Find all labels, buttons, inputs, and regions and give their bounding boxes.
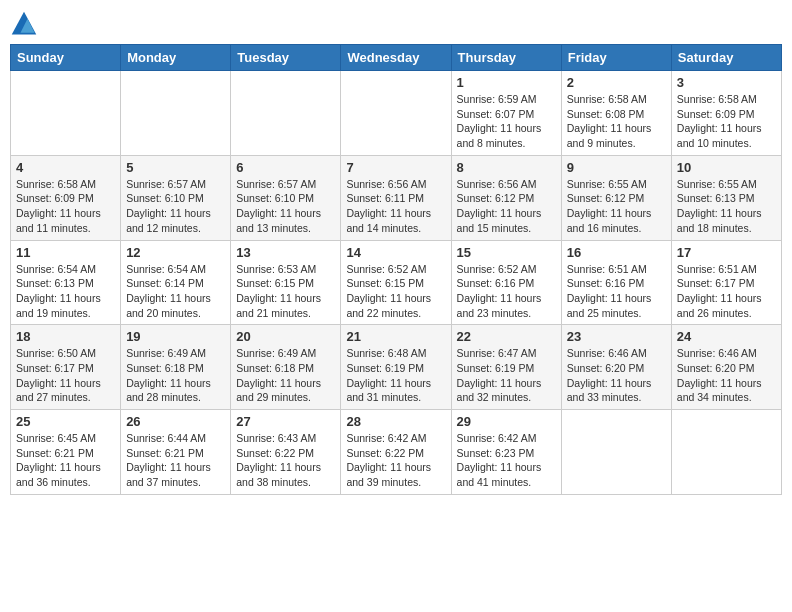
day-info: Sunrise: 6:46 AM Sunset: 6:20 PM Dayligh… xyxy=(677,346,776,405)
day-info: Sunrise: 6:46 AM Sunset: 6:20 PM Dayligh… xyxy=(567,346,666,405)
day-info: Sunrise: 6:53 AM Sunset: 6:15 PM Dayligh… xyxy=(236,262,335,321)
day-info: Sunrise: 6:56 AM Sunset: 6:11 PM Dayligh… xyxy=(346,177,445,236)
calendar-week-row: 25Sunrise: 6:45 AM Sunset: 6:21 PM Dayli… xyxy=(11,410,782,495)
day-info: Sunrise: 6:43 AM Sunset: 6:22 PM Dayligh… xyxy=(236,431,335,490)
weekday-header: Wednesday xyxy=(341,45,451,71)
day-number: 14 xyxy=(346,245,445,260)
day-info: Sunrise: 6:49 AM Sunset: 6:18 PM Dayligh… xyxy=(126,346,225,405)
calendar-cell: 20Sunrise: 6:49 AM Sunset: 6:18 PM Dayli… xyxy=(231,325,341,410)
calendar-week-row: 11Sunrise: 6:54 AM Sunset: 6:13 PM Dayli… xyxy=(11,240,782,325)
day-number: 2 xyxy=(567,75,666,90)
calendar-cell: 23Sunrise: 6:46 AM Sunset: 6:20 PM Dayli… xyxy=(561,325,671,410)
calendar-cell: 8Sunrise: 6:56 AM Sunset: 6:12 PM Daylig… xyxy=(451,155,561,240)
day-number: 23 xyxy=(567,329,666,344)
calendar-cell: 18Sunrise: 6:50 AM Sunset: 6:17 PM Dayli… xyxy=(11,325,121,410)
calendar-cell: 17Sunrise: 6:51 AM Sunset: 6:17 PM Dayli… xyxy=(671,240,781,325)
calendar-header-row: SundayMondayTuesdayWednesdayThursdayFrid… xyxy=(11,45,782,71)
day-info: Sunrise: 6:52 AM Sunset: 6:16 PM Dayligh… xyxy=(457,262,556,321)
calendar-cell xyxy=(11,71,121,156)
day-info: Sunrise: 6:58 AM Sunset: 6:09 PM Dayligh… xyxy=(16,177,115,236)
calendar-week-row: 1Sunrise: 6:59 AM Sunset: 6:07 PM Daylig… xyxy=(11,71,782,156)
day-number: 24 xyxy=(677,329,776,344)
day-number: 18 xyxy=(16,329,115,344)
day-info: Sunrise: 6:59 AM Sunset: 6:07 PM Dayligh… xyxy=(457,92,556,151)
day-number: 22 xyxy=(457,329,556,344)
page-header xyxy=(10,10,782,38)
calendar-cell: 28Sunrise: 6:42 AM Sunset: 6:22 PM Dayli… xyxy=(341,410,451,495)
day-info: Sunrise: 6:55 AM Sunset: 6:12 PM Dayligh… xyxy=(567,177,666,236)
calendar-cell: 27Sunrise: 6:43 AM Sunset: 6:22 PM Dayli… xyxy=(231,410,341,495)
day-number: 6 xyxy=(236,160,335,175)
calendar-cell: 22Sunrise: 6:47 AM Sunset: 6:19 PM Dayli… xyxy=(451,325,561,410)
day-number: 8 xyxy=(457,160,556,175)
day-info: Sunrise: 6:49 AM Sunset: 6:18 PM Dayligh… xyxy=(236,346,335,405)
calendar-cell: 10Sunrise: 6:55 AM Sunset: 6:13 PM Dayli… xyxy=(671,155,781,240)
calendar-cell: 5Sunrise: 6:57 AM Sunset: 6:10 PM Daylig… xyxy=(121,155,231,240)
day-number: 1 xyxy=(457,75,556,90)
day-number: 5 xyxy=(126,160,225,175)
day-number: 26 xyxy=(126,414,225,429)
weekday-header: Tuesday xyxy=(231,45,341,71)
day-info: Sunrise: 6:58 AM Sunset: 6:09 PM Dayligh… xyxy=(677,92,776,151)
calendar-cell: 14Sunrise: 6:52 AM Sunset: 6:15 PM Dayli… xyxy=(341,240,451,325)
calendar-cell xyxy=(231,71,341,156)
day-number: 15 xyxy=(457,245,556,260)
calendar-cell: 21Sunrise: 6:48 AM Sunset: 6:19 PM Dayli… xyxy=(341,325,451,410)
logo xyxy=(10,10,42,38)
day-info: Sunrise: 6:56 AM Sunset: 6:12 PM Dayligh… xyxy=(457,177,556,236)
calendar-cell: 12Sunrise: 6:54 AM Sunset: 6:14 PM Dayli… xyxy=(121,240,231,325)
calendar-week-row: 4Sunrise: 6:58 AM Sunset: 6:09 PM Daylig… xyxy=(11,155,782,240)
day-info: Sunrise: 6:51 AM Sunset: 6:16 PM Dayligh… xyxy=(567,262,666,321)
calendar-cell: 2Sunrise: 6:58 AM Sunset: 6:08 PM Daylig… xyxy=(561,71,671,156)
weekday-header: Thursday xyxy=(451,45,561,71)
day-number: 21 xyxy=(346,329,445,344)
day-info: Sunrise: 6:42 AM Sunset: 6:22 PM Dayligh… xyxy=(346,431,445,490)
calendar-cell xyxy=(671,410,781,495)
day-number: 9 xyxy=(567,160,666,175)
day-number: 25 xyxy=(16,414,115,429)
day-number: 28 xyxy=(346,414,445,429)
day-info: Sunrise: 6:54 AM Sunset: 6:14 PM Dayligh… xyxy=(126,262,225,321)
calendar-cell: 9Sunrise: 6:55 AM Sunset: 6:12 PM Daylig… xyxy=(561,155,671,240)
day-info: Sunrise: 6:48 AM Sunset: 6:19 PM Dayligh… xyxy=(346,346,445,405)
calendar-cell xyxy=(121,71,231,156)
day-number: 10 xyxy=(677,160,776,175)
day-info: Sunrise: 6:57 AM Sunset: 6:10 PM Dayligh… xyxy=(126,177,225,236)
calendar-cell: 24Sunrise: 6:46 AM Sunset: 6:20 PM Dayli… xyxy=(671,325,781,410)
day-info: Sunrise: 6:58 AM Sunset: 6:08 PM Dayligh… xyxy=(567,92,666,151)
calendar-cell: 3Sunrise: 6:58 AM Sunset: 6:09 PM Daylig… xyxy=(671,71,781,156)
day-info: Sunrise: 6:42 AM Sunset: 6:23 PM Dayligh… xyxy=(457,431,556,490)
logo-icon xyxy=(10,10,38,38)
weekday-header: Monday xyxy=(121,45,231,71)
calendar-cell: 29Sunrise: 6:42 AM Sunset: 6:23 PM Dayli… xyxy=(451,410,561,495)
day-number: 19 xyxy=(126,329,225,344)
calendar-cell xyxy=(561,410,671,495)
calendar-cell: 7Sunrise: 6:56 AM Sunset: 6:11 PM Daylig… xyxy=(341,155,451,240)
day-info: Sunrise: 6:50 AM Sunset: 6:17 PM Dayligh… xyxy=(16,346,115,405)
day-info: Sunrise: 6:54 AM Sunset: 6:13 PM Dayligh… xyxy=(16,262,115,321)
calendar-cell: 13Sunrise: 6:53 AM Sunset: 6:15 PM Dayli… xyxy=(231,240,341,325)
calendar-cell: 15Sunrise: 6:52 AM Sunset: 6:16 PM Dayli… xyxy=(451,240,561,325)
calendar-cell: 16Sunrise: 6:51 AM Sunset: 6:16 PM Dayli… xyxy=(561,240,671,325)
day-number: 3 xyxy=(677,75,776,90)
day-info: Sunrise: 6:47 AM Sunset: 6:19 PM Dayligh… xyxy=(457,346,556,405)
day-info: Sunrise: 6:45 AM Sunset: 6:21 PM Dayligh… xyxy=(16,431,115,490)
calendar-cell xyxy=(341,71,451,156)
day-number: 4 xyxy=(16,160,115,175)
day-number: 13 xyxy=(236,245,335,260)
day-number: 29 xyxy=(457,414,556,429)
weekday-header: Saturday xyxy=(671,45,781,71)
day-number: 27 xyxy=(236,414,335,429)
calendar-cell: 4Sunrise: 6:58 AM Sunset: 6:09 PM Daylig… xyxy=(11,155,121,240)
calendar-cell: 6Sunrise: 6:57 AM Sunset: 6:10 PM Daylig… xyxy=(231,155,341,240)
weekday-header: Sunday xyxy=(11,45,121,71)
day-info: Sunrise: 6:52 AM Sunset: 6:15 PM Dayligh… xyxy=(346,262,445,321)
calendar-cell: 26Sunrise: 6:44 AM Sunset: 6:21 PM Dayli… xyxy=(121,410,231,495)
weekday-header: Friday xyxy=(561,45,671,71)
day-number: 16 xyxy=(567,245,666,260)
day-info: Sunrise: 6:44 AM Sunset: 6:21 PM Dayligh… xyxy=(126,431,225,490)
day-info: Sunrise: 6:51 AM Sunset: 6:17 PM Dayligh… xyxy=(677,262,776,321)
calendar-cell: 1Sunrise: 6:59 AM Sunset: 6:07 PM Daylig… xyxy=(451,71,561,156)
calendar-cell: 25Sunrise: 6:45 AM Sunset: 6:21 PM Dayli… xyxy=(11,410,121,495)
day-number: 11 xyxy=(16,245,115,260)
